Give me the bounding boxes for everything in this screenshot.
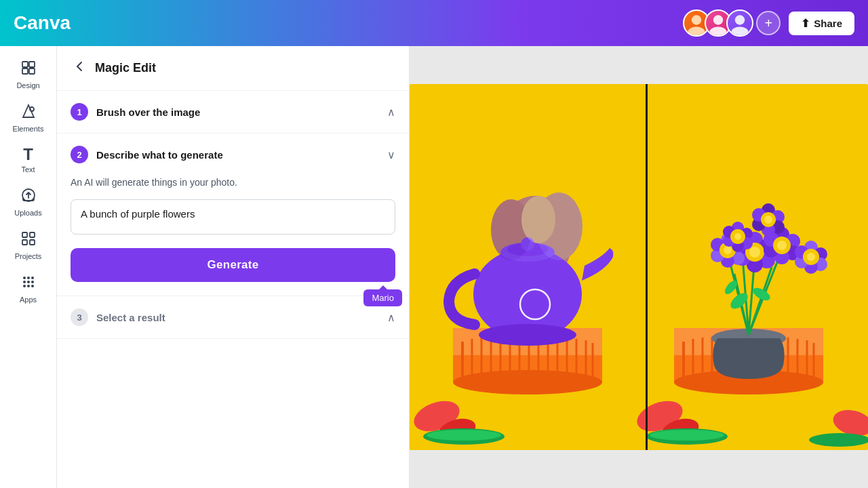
step-3: 3 Select a result ∧ [57,296,409,339]
svg-rect-6 [22,62,28,67]
svg-point-22 [31,281,34,283]
svg-point-23 [23,285,26,287]
step-2-header-left: 2 Describe what to generate [71,146,223,163]
svg-point-25 [31,285,34,287]
sidebar-item-uploads-label: Uploads [14,209,41,217]
step-1-chevron-up-icon: ∧ [387,106,395,119]
panel-header: Magic Edit [57,46,409,91]
svg-rect-15 [22,240,27,245]
sidebar-item-elements-label: Elements [13,125,44,133]
svg-rect-16 [30,240,35,245]
svg-point-24 [27,285,30,287]
avatar-group: + [683,9,781,37]
sidebar-item-apps[interactable]: Apps [4,268,53,309]
svg-point-105 [724,246,732,254]
step-1-header[interactable]: 1 Brush over the image ∧ [57,91,409,133]
magic-edit-panel: Magic Edit 1 Brush over the image ∧ 2 De… [57,46,410,488]
step-1-header-left: 1 Brush over the image [71,103,200,121]
svg-point-50 [479,324,576,346]
step-2-chevron-down-icon: ∨ [387,148,395,161]
step-1-label: Brush over the image [96,106,200,118]
generate-text-input[interactable]: A bunch of purple flowers [71,199,395,235]
text-icon: T [23,146,33,163]
panel-title: Magic Edit [95,61,156,75]
svg-point-129 [734,233,741,240]
svg-rect-13 [22,232,27,237]
svg-point-143 [809,433,868,447]
step-3-label: Select a result [96,312,165,323]
avatar-3[interactable] [726,9,753,37]
design-icon [20,60,37,79]
elements-icon [20,103,37,122]
svg-point-97 [749,247,760,258]
sidebar-item-elements[interactable]: Elements [4,98,53,138]
back-button[interactable] [71,57,90,79]
svg-rect-9 [29,68,35,74]
step-2-description: An AI will generate things in your photo… [71,176,395,190]
share-icon: ⬆ [801,17,810,30]
sidebar-item-apps-label: Apps [20,296,37,304]
uploads-icon [20,187,37,206]
step-3-number: 3 [71,308,88,326]
sidebar-item-uploads[interactable]: Uploads [4,182,53,222]
step-2: 2 Describe what to generate ∨ An AI will… [57,134,409,296]
sidebar-item-design[interactable]: Design [4,54,53,95]
image-left-panel [410,84,646,450]
sidebar-item-text[interactable]: T Text [4,141,53,179]
sidebar-item-text-label: Text [21,165,35,174]
svg-point-113 [777,241,787,250]
step-3-header[interactable]: 3 Select a result ∧ [57,296,409,338]
svg-point-1 [688,26,705,37]
svg-rect-7 [29,62,35,67]
step-2-header[interactable]: 2 Describe what to generate ∨ [57,134,409,176]
step-2-content: An AI will generate things in your photo… [57,176,409,296]
step-1: 1 Brush over the image ∧ [57,91,409,134]
svg-point-21 [27,281,30,283]
right-scene-svg [629,84,868,450]
svg-point-3 [710,26,727,37]
share-button[interactable]: ⬆ Share [789,12,854,35]
left-scene-svg [410,84,646,450]
svg-point-4 [735,15,745,24]
svg-point-0 [692,15,701,24]
generate-button[interactable]: Generate [71,248,395,282]
svg-point-2 [713,15,723,24]
image-right-panel [629,84,868,450]
sidebar: Design Elements T Text Uploads Projects [0,46,57,488]
add-collaborator-button[interactable]: + [756,11,781,35]
svg-point-121 [807,253,815,261]
sidebar-item-design-label: Design [16,81,39,89]
header-right: + ⬆ Share [683,9,854,37]
projects-icon [20,230,37,249]
svg-point-58 [427,430,501,441]
svg-point-45 [453,370,602,394]
step-3-chevron-up-icon: ∧ [387,311,395,324]
sidebar-item-projects-label: Projects [15,252,42,260]
logo: Canva [14,12,683,34]
svg-point-18 [27,277,30,279]
canvas-area[interactable] [410,46,868,488]
image-container [410,84,868,450]
split-divider [646,84,648,450]
svg-rect-14 [30,232,35,237]
generate-button-wrap: Generate Mario [71,248,395,282]
step-2-number: 2 [71,146,88,163]
svg-point-5 [732,26,749,37]
sidebar-item-projects[interactable]: Projects [4,225,53,266]
step-2-label: Describe what to generate [96,149,223,161]
svg-point-20 [23,281,26,283]
svg-point-137 [764,216,772,224]
main-content: Design Elements T Text Uploads Projects [0,46,868,488]
svg-point-141 [650,430,724,441]
svg-rect-8 [22,68,28,74]
header: Canva + ⬆ Share [0,0,868,46]
svg-point-54 [521,196,555,243]
svg-point-17 [23,277,26,279]
svg-point-19 [31,277,34,279]
apps-icon [20,274,37,293]
step-3-header-left: 3 Select a result [71,308,165,326]
step-1-number: 1 [71,103,88,121]
